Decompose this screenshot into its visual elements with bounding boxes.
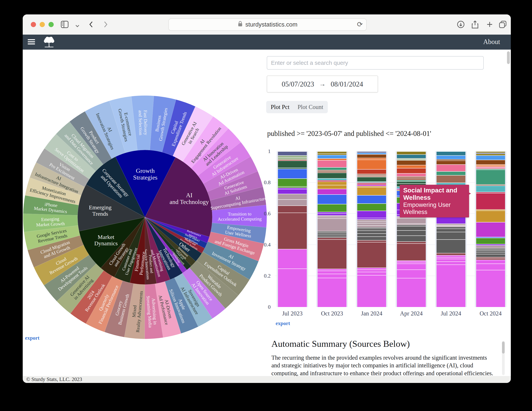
reload-icon[interactable]: ⟳ bbox=[357, 20, 363, 28]
bar-segment[interactable] bbox=[437, 161, 466, 164]
bar-segment[interactable] bbox=[318, 218, 346, 231]
bar-segment[interactable] bbox=[357, 275, 386, 307]
page-scrollbar[interactable] bbox=[507, 51, 510, 64]
bar-segment[interactable] bbox=[437, 151, 466, 155]
bar-segment[interactable] bbox=[397, 218, 426, 223]
bar-segment[interactable] bbox=[318, 215, 346, 217]
bar-segment[interactable] bbox=[318, 278, 346, 307]
bar-segment[interactable] bbox=[397, 278, 426, 307]
bar-segment[interactable] bbox=[357, 183, 386, 185]
bar-segment[interactable] bbox=[278, 178, 307, 186]
bar-segment[interactable] bbox=[357, 272, 386, 275]
bar-segment[interactable] bbox=[318, 237, 346, 239]
bar-segment[interactable] bbox=[318, 158, 346, 160]
bar-segment[interactable] bbox=[397, 236, 426, 241]
bar-segment[interactable] bbox=[318, 160, 346, 167]
bar-segment[interactable] bbox=[476, 258, 505, 260]
bar-segment[interactable] bbox=[437, 228, 466, 232]
bar-segment[interactable] bbox=[357, 184, 386, 186]
bar-segment[interactable] bbox=[318, 155, 346, 158]
bar-segment[interactable] bbox=[318, 274, 346, 278]
bar-segment[interactable] bbox=[318, 271, 346, 274]
bar-segment[interactable] bbox=[437, 255, 466, 257]
bar-segment[interactable] bbox=[357, 218, 386, 219]
bar-segment[interactable] bbox=[278, 269, 307, 307]
bar-segment[interactable] bbox=[278, 194, 307, 199]
bar-segment[interactable] bbox=[437, 265, 466, 307]
bar-segment[interactable] bbox=[318, 153, 346, 155]
bar-segment[interactable] bbox=[397, 264, 426, 270]
bar-segment[interactable] bbox=[357, 240, 386, 242]
bar-segment[interactable] bbox=[476, 222, 505, 237]
bar-segment[interactable] bbox=[278, 199, 307, 205]
bar-segment[interactable] bbox=[357, 203, 386, 210]
bar-segment[interactable] bbox=[437, 175, 466, 183]
bar-segment[interactable] bbox=[318, 173, 346, 178]
bar-segment[interactable] bbox=[318, 151, 346, 153]
bar-segment[interactable] bbox=[318, 239, 346, 269]
fullscreen-button[interactable] bbox=[48, 22, 54, 27]
bar-segment[interactable] bbox=[318, 213, 346, 215]
bar-segment[interactable] bbox=[357, 158, 386, 160]
bar-segment[interactable] bbox=[357, 228, 386, 230]
bar-segment[interactable] bbox=[318, 182, 346, 185]
bar-segment[interactable] bbox=[437, 232, 466, 239]
bar-segment[interactable] bbox=[278, 213, 307, 249]
bar-segment[interactable] bbox=[357, 187, 386, 195]
bar-segment[interactable] bbox=[397, 262, 426, 264]
summary-scrollbar[interactable] bbox=[502, 341, 505, 375]
topic-sunburst-chart[interactable]: GrowthStrategiesAIand TechnologyPerforma… bbox=[23, 92, 270, 342]
bar-segment[interactable] bbox=[318, 269, 346, 271]
bar-segment[interactable] bbox=[357, 154, 386, 158]
bar-segment[interactable] bbox=[476, 264, 505, 270]
bar-segment[interactable] bbox=[318, 171, 346, 173]
bar-segment[interactable] bbox=[476, 238, 505, 244]
new-tab-icon[interactable] bbox=[485, 19, 495, 29]
bar-segment[interactable] bbox=[437, 155, 466, 159]
bar-segment[interactable] bbox=[476, 210, 505, 222]
hamburger-menu-icon[interactable] bbox=[28, 39, 35, 45]
bar-segment[interactable] bbox=[397, 165, 426, 168]
bar-segment[interactable] bbox=[397, 160, 426, 165]
bar-segment[interactable] bbox=[437, 164, 466, 171]
bar-column[interactable] bbox=[355, 151, 388, 307]
bar-segment[interactable] bbox=[397, 151, 426, 154]
bar-segment[interactable] bbox=[357, 230, 386, 233]
bar-segment[interactable] bbox=[318, 236, 346, 237]
bar-segment[interactable] bbox=[357, 151, 386, 153]
chevron-down-icon[interactable] bbox=[72, 21, 82, 31]
downloads-icon[interactable] bbox=[456, 19, 466, 29]
bar-segment[interactable] bbox=[437, 253, 466, 255]
bar-segment[interactable] bbox=[476, 252, 505, 254]
bar-column[interactable] bbox=[474, 151, 507, 307]
bar-column[interactable] bbox=[435, 151, 467, 307]
bar-segment[interactable] bbox=[437, 183, 466, 185]
bar-segment[interactable] bbox=[278, 158, 307, 160]
date-start[interactable]: 05/07/2023 bbox=[282, 80, 314, 88]
bar-segment[interactable] bbox=[278, 151, 307, 155]
bar-segment[interactable] bbox=[357, 153, 386, 154]
bar-segment[interactable] bbox=[357, 195, 386, 203]
bar-segment[interactable] bbox=[357, 242, 386, 268]
bar-segment[interactable] bbox=[318, 185, 346, 189]
bar-segment[interactable] bbox=[318, 194, 346, 204]
bar-segment[interactable] bbox=[437, 227, 466, 228]
bar-segment[interactable] bbox=[476, 170, 505, 184]
bar-segment[interactable] bbox=[357, 237, 386, 240]
bar-segment[interactable] bbox=[397, 270, 426, 278]
bar-segment[interactable] bbox=[476, 260, 505, 264]
bar-segment[interactable] bbox=[357, 227, 386, 228]
bar-segment[interactable] bbox=[476, 254, 505, 257]
bar-column[interactable] bbox=[276, 151, 309, 307]
bar-segment[interactable] bbox=[397, 225, 426, 226]
bar-segment[interactable] bbox=[278, 189, 307, 194]
bar-segment[interactable] bbox=[476, 160, 505, 164]
sturdy-stats-tree-logo[interactable] bbox=[42, 36, 56, 48]
bar-segment[interactable] bbox=[476, 270, 505, 307]
tab-overview-icon[interactable] bbox=[498, 19, 508, 29]
bar-segment[interactable] bbox=[397, 223, 426, 225]
bar-segment[interactable] bbox=[397, 168, 426, 173]
bar-segment[interactable] bbox=[476, 193, 505, 209]
bar-segment[interactable] bbox=[357, 211, 386, 218]
bar-segment[interactable] bbox=[397, 230, 426, 236]
